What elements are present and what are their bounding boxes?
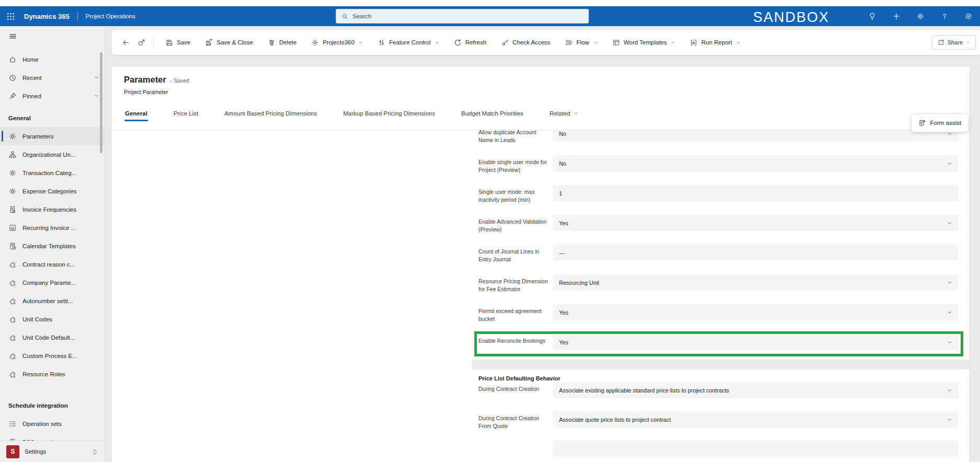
gear-icon [8, 169, 17, 177]
gear-icon [8, 132, 17, 141]
save-close-icon [205, 39, 213, 47]
sidebar-item-label: Resource Roles [22, 371, 65, 377]
key-icon [501, 39, 509, 47]
field-label: Permit exceed agreement bucket [478, 304, 549, 334]
sidebar-item-expense-categories[interactable]: Expense Categories [0, 182, 105, 200]
form-assist-button[interactable]: Form assist [911, 113, 968, 132]
command-button-refresh[interactable]: Refresh [447, 34, 494, 51]
navbar-button-question[interactable] [940, 12, 949, 20]
sidebar-item-transaction-categ[interactable]: Transaction Categ... [0, 164, 105, 182]
sidebar-item-operation-sets[interactable]: Operation sets [0, 414, 105, 433]
sidebar-item-label: Recurring Invoice ... [22, 225, 76, 231]
chevron-down-icon [670, 40, 675, 45]
sidebar-item-label: Organizational Un... [22, 152, 76, 158]
command-label: Word Templates [624, 39, 667, 45]
sidebar-item-organizational-un[interactable]: Organizational Un... [0, 145, 105, 164]
navbar-button-plus[interactable] [892, 12, 901, 20]
sidebar-item-resource-roles[interactable]: Resource Roles [0, 365, 105, 383]
tab-budget-match-priorities[interactable]: Budget Match Priorities [461, 107, 524, 122]
plus-icon [892, 12, 901, 20]
app-launcher-button[interactable] [0, 6, 21, 26]
navbar-button-copilot[interactable] [964, 12, 973, 20]
sidebar-item-unit-code-default[interactable]: Unit Code Default... [0, 328, 105, 346]
sidebar-item-autonumber-setti[interactable]: Autonumber setti... [0, 292, 105, 310]
form-scroll-region[interactable]: Allow duplicate Account Name in Leads No… [111, 130, 970, 462]
sidebar-item-recent[interactable]: Recent [0, 68, 105, 87]
back-button[interactable] [118, 34, 133, 51]
form-assist-icon [918, 119, 926, 127]
tab-price-list[interactable]: Price List [173, 107, 199, 122]
entity-type-label: Project Parameter [124, 89, 168, 95]
sidebar-item-company-parame[interactable]: Company Parame... [0, 273, 105, 292]
chevron-down-icon [435, 40, 439, 45]
field-value-control[interactable]: Yes [553, 215, 959, 231]
command-label: Save & Close [216, 39, 253, 45]
command-button-flow[interactable]: Flow [557, 34, 605, 51]
sidebar: Home Recent Pinned General [0, 26, 105, 462]
field-value-control[interactable]: Yes [553, 334, 959, 350]
tab-related[interactable]: Related [549, 107, 579, 122]
command-button-feature-control[interactable]: Feature Control [370, 34, 447, 51]
field-value-control[interactable]: Resourcing Unit [553, 274, 959, 291]
field-value-control[interactable]: Associate quote price lists to project c… [553, 411, 959, 428]
sidebar-item-contract-reason-c[interactable]: Contract reason c... [0, 255, 105, 273]
command-button-save[interactable]: Save [158, 34, 198, 51]
sidebar-item-unit-codes[interactable]: Unit Codes [0, 310, 105, 328]
field-value-control[interactable]: No [553, 155, 959, 171]
field-value: Associate existing applicable standard p… [559, 387, 729, 394]
tab-amount-based-pricing-dimensions[interactable]: Amount Based Pricing Dimensions [224, 107, 317, 122]
tab-general[interactable]: General [124, 107, 148, 122]
command-button-save-close[interactable]: Save & Close [198, 34, 260, 51]
search-input[interactable]: Search [336, 9, 589, 24]
share-button[interactable]: Share [932, 35, 976, 50]
field-value-control[interactable]: Yes [553, 304, 959, 320]
sidebar-item-custom-process-e[interactable]: Custom Process E... [0, 346, 105, 365]
sidebar-item-recurring-invoice[interactable]: Recurring Invoice ... [0, 218, 105, 237]
navbar-button-lightbulb[interactable] [868, 12, 876, 20]
field-value-control[interactable]: --- [553, 245, 959, 261]
field-value-control[interactable]: Associate existing applicable standard p… [553, 382, 959, 398]
delete-icon [268, 39, 276, 47]
puzzle-icon [8, 352, 17, 360]
command-button-projects360[interactable]: Projects360 [304, 34, 370, 51]
field-label: During Contract Creation [478, 382, 549, 411]
sidebar-item-invoice-frequencies[interactable]: Invoice Frequencies [0, 200, 105, 218]
navbar-divider [77, 12, 78, 21]
tab-markup-based-pricing-dimensions[interactable]: Markup Based Pricing Dimensions [343, 107, 436, 122]
copilot-icon [964, 12, 973, 20]
sidebar-item-pinned[interactable]: Pinned [0, 87, 105, 105]
sidebar-item-calendar-templates[interactable]: Calendar Templates [0, 237, 105, 255]
sidebar-area-switcher[interactable]: S Settings [0, 441, 105, 462]
field-value-control[interactable]: 1 [553, 185, 959, 201]
chevron-down-icon [943, 161, 952, 166]
navbar-button-gear[interactable] [916, 12, 925, 20]
sidebar-item-label: Calendar Templates [22, 243, 76, 249]
form-field-enable-reconcile-bookings: Enable Reconcile Bookings Yes [478, 334, 959, 360]
form-assist-label: Form assist [930, 120, 961, 126]
app-name[interactable]: Project Operations [86, 13, 135, 19]
environment-label: SANDBOX [753, 10, 829, 25]
command-button-run-report[interactable]: Run Report [682, 34, 748, 51]
command-button-word-templates[interactable]: Word Templates [605, 34, 683, 51]
brand-logo[interactable]: Dynamics 365 [24, 13, 70, 20]
sidebar-item-parameters[interactable]: Parameters [0, 127, 105, 145]
field-label: Allow duplicate Account Name in Leads [478, 130, 549, 155]
command-button-check-access[interactable]: Check Access [494, 34, 557, 51]
sidebar-scrollbar-thumb[interactable] [100, 52, 102, 153]
sidebar-item-label: Parameters [22, 133, 53, 140]
command-button-delete[interactable]: Delete [260, 34, 304, 51]
command-label: Refresh [465, 39, 486, 45]
form-field-allow-duplicate-account-name-in-leads: Allow duplicate Account Name in Leads No [478, 130, 959, 155]
field-value: 1 [559, 190, 562, 197]
sidebar-group: General Parameters Organizational Un... [0, 109, 105, 383]
field-value-control[interactable]: No [553, 130, 959, 142]
command-label: Feature Control [389, 39, 431, 45]
avatar: S [6, 445, 19, 458]
open-in-new-window-button[interactable] [133, 34, 149, 51]
org-icon [8, 151, 17, 159]
field-value-control[interactable] [553, 441, 959, 457]
puzzle-icon [8, 370, 17, 378]
sitemap-toggle-button[interactable] [0, 26, 105, 46]
sidebar-item-home[interactable]: Home [0, 50, 105, 68]
form-section-general: Allow duplicate Account Name in Leads No… [472, 130, 970, 360]
